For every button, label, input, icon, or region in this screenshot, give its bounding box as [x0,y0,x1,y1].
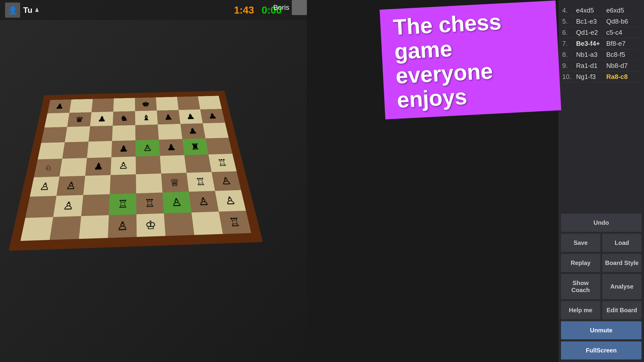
cell-f2[interactable]: ♙ [163,192,191,213]
cell-e7[interactable]: ♝ [135,110,158,125]
cell-e8[interactable]: ♚ [135,97,157,111]
cell-g3[interactable]: ♖ [186,172,215,192]
cell-g5[interactable]: ♜ [182,138,208,155]
analyse-button[interactable]: Analyse [602,274,641,299]
cell-f3[interactable]: ♕ [161,173,189,193]
cell-a3[interactable]: ♙ [30,176,59,197]
move-white[interactable]: Be3-f4+ [576,40,606,48]
cell-g7[interactable]: ♟ [179,109,203,124]
cell-b5[interactable] [62,142,89,159]
move-black[interactable]: e6xd5 [606,7,624,14]
edit-board-button[interactable]: Edit Board [602,301,641,319]
cell-b3[interactable]: ♙ [57,176,85,196]
move-white[interactable]: e4xd5 [576,7,606,14]
cell-b6[interactable] [65,126,90,142]
cell-a7[interactable] [45,113,69,127]
board-style-button[interactable]: Board Style [602,254,641,272]
cell-a2[interactable] [25,196,57,218]
move-black[interactable]: Ra8-c8 [606,73,628,81]
move-white[interactable]: Ng1-f3 [576,73,606,81]
load-button[interactable]: Load [602,234,641,252]
cell-a4[interactable]: ♘ [34,159,62,177]
cell-c7[interactable]: ♟ [90,112,113,126]
help-me-button[interactable]: Help me [561,301,600,319]
board-container[interactable]: ♟ ♚ ♛ ♟ ♞ ♝ ♟ ♟ [0,15,307,292]
save-load-row: Save Load [561,234,641,252]
cell-e3[interactable] [136,173,163,193]
cell-c6[interactable] [89,126,113,142]
cell-d7[interactable]: ♞ [113,111,135,126]
cell-g8[interactable] [177,96,200,110]
cell-g1[interactable] [191,211,223,235]
cell-g6[interactable]: ♟ [180,123,206,139]
move-row: 9.Ra1-d1Nb8-d7 [562,60,640,71]
player-piece-icon: ♟ [34,7,39,13]
cell-h2[interactable]: ♙ [215,190,246,211]
cell-d3[interactable] [110,174,136,194]
cell-c2[interactable] [81,194,110,216]
cell-d8[interactable] [113,98,135,111]
cell-f8[interactable] [156,97,179,110]
cell-f6[interactable] [158,124,182,140]
cell-h3[interactable]: ♙ [212,171,241,191]
replay-button[interactable]: Replay [561,254,600,272]
show-coach-button[interactable]: Show Coach [561,274,600,299]
cell-h4[interactable]: ♖ [208,154,236,172]
cell-f5[interactable]: ♟ [159,139,184,156]
cell-a1[interactable] [20,217,53,241]
coach-analyse-row: Show Coach Analyse [561,274,641,299]
cell-f7[interactable]: ♟ [157,110,180,124]
unmute-button[interactable]: Unmute [561,321,641,339]
move-row: 7.Be3-f4+Bf8-e7 [562,38,640,49]
cell-e6[interactable] [135,124,159,140]
move-white[interactable]: Qd1-e2 [576,29,606,36]
cell-c1[interactable] [79,215,109,239]
move-white[interactable]: Bc1-e3 [576,18,606,25]
move-black[interactable]: c5-c4 [606,29,622,36]
cell-f1[interactable] [164,212,194,236]
cell-h5[interactable] [206,138,232,155]
cell-h1[interactable]: ♖ [219,211,251,234]
cell-b4[interactable] [60,158,87,176]
cell-a6[interactable] [41,127,67,143]
cell-g4[interactable] [184,154,212,172]
cell-b1[interactable] [50,216,81,240]
cell-d2[interactable]: ♖ [109,193,136,215]
cell-e4[interactable] [136,156,161,174]
cell-c8[interactable] [91,98,114,112]
board-grid[interactable]: ♟ ♚ ♛ ♟ ♞ ♝ ♟ ♟ [20,96,251,241]
board-wrapper: ♟ ♚ ♛ ♟ ♞ ♝ ♟ ♟ [0,88,285,272]
cell-h6[interactable] [203,123,229,138]
fullscreen-button[interactable]: FullScreen [561,341,641,359]
cell-c4[interactable]: ♟ [85,157,111,176]
cell-a5[interactable] [38,142,65,159]
cell-d6[interactable] [112,125,135,141]
cell-e2[interactable]: ♖ [136,193,164,214]
undo-button[interactable]: Undo [561,214,641,232]
cell-c3[interactable] [83,175,111,195]
move-white[interactable]: Nb1-a3 [576,51,606,59]
cell-a8[interactable]: ♟ [47,100,71,113]
cell-e5[interactable]: ♙ [135,140,160,156]
cell-f4[interactable] [160,155,186,173]
cell-g2[interactable]: ♙ [189,191,219,212]
cell-e1[interactable]: ♔ [136,213,166,237]
move-black[interactable]: Bc8-f5 [606,51,625,59]
move-black[interactable]: Bf8-e7 [606,40,626,48]
cell-h7[interactable]: ♟ [200,109,225,123]
cell-h8[interactable] [198,96,222,109]
cell-d4[interactable]: ♙ [110,157,136,175]
cell-b2[interactable]: ♙ [53,195,83,217]
buttons-area: Undo Save Load Replay Board Style Show C… [558,211,644,362]
top-bar: 👤 Tu ♟ 1:43 0:00 Boris [0,0,307,20]
cell-b8[interactable] [69,99,93,113]
cell-b7[interactable]: ♛ [67,112,91,127]
cell-d1[interactable]: ♙ [108,214,137,238]
cell-d5[interactable]: ♟ [111,140,136,157]
board-frame[interactable]: ♟ ♚ ♛ ♟ ♞ ♝ ♟ ♟ [9,91,263,251]
move-black[interactable]: Qd8-b6 [606,18,628,25]
move-white[interactable]: Ra1-d1 [576,62,606,70]
save-button[interactable]: Save [561,234,600,252]
move-black[interactable]: Nb8-d7 [606,62,628,70]
cell-c5[interactable] [87,141,112,158]
